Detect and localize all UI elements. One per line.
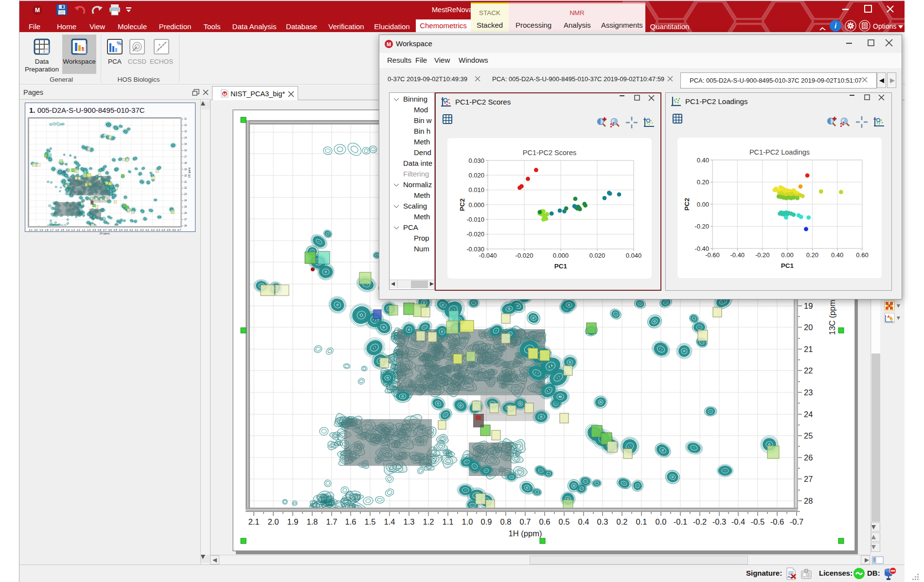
svg-text:23: 23 — [804, 388, 813, 397]
svg-text:-0.4: -0.4 — [731, 517, 745, 526]
svg-text:PC1: PC1 — [781, 262, 794, 269]
svg-text:0.1: 0.1 — [636, 517, 647, 526]
svg-text:0.4: 0.4 — [119, 229, 123, 231]
svg-text:0.9: 0.9 — [481, 517, 492, 526]
svg-text:1.5: 1.5 — [365, 517, 376, 526]
svg-text:-0.20: -0.20 — [694, 223, 709, 230]
svg-text:2.1: 2.1 — [29, 229, 33, 231]
svg-text:1.5: 1.5 — [61, 229, 64, 231]
svg-text:1.6: 1.6 — [345, 517, 356, 526]
svg-text:11: 11 — [184, 118, 187, 120]
svg-text:0.2: 0.2 — [617, 517, 628, 526]
svg-text:0.7: 0.7 — [103, 229, 107, 231]
svg-text:1.7: 1.7 — [50, 229, 53, 231]
svg-text:-0.1: -0.1 — [674, 517, 687, 526]
svg-text:0.3: 0.3 — [124, 229, 128, 231]
svg-text:25: 25 — [804, 431, 813, 440]
svg-text:1.9: 1.9 — [39, 229, 43, 231]
svg-text:13: 13 — [184, 130, 187, 133]
svg-text:0.0: 0.0 — [656, 517, 667, 526]
svg-text:0.2: 0.2 — [130, 229, 133, 231]
svg-text:14: 14 — [184, 137, 187, 139]
svg-text:26: 26 — [804, 453, 813, 462]
svg-text:PC2: PC2 — [683, 198, 691, 211]
svg-text:16: 16 — [184, 149, 187, 152]
svg-text:1.3: 1.3 — [404, 517, 415, 526]
svg-text:22: 22 — [804, 366, 813, 375]
svg-text:0.40: 0.40 — [697, 157, 709, 164]
svg-text:26: 26 — [184, 212, 187, 214]
svg-text:0.20: 0.20 — [697, 178, 709, 186]
svg-text:19: 19 — [804, 301, 813, 310]
svg-text:1H (ppm): 1H (ppm) — [509, 529, 542, 538]
svg-text:1.2: 1.2 — [77, 229, 80, 231]
svg-text:%: % — [117, 40, 122, 46]
svg-text:21: 21 — [804, 345, 813, 353]
svg-text:0.3: 0.3 — [597, 517, 608, 526]
svg-text:M: M — [387, 41, 391, 47]
svg-text:2.0: 2.0 — [268, 517, 279, 526]
svg-text:28: 28 — [184, 225, 187, 227]
svg-text:25: 25 — [184, 206, 187, 208]
svg-text:PC2: PC2 — [459, 198, 466, 211]
svg-text:M: M — [223, 92, 227, 97]
svg-text:20: 20 — [804, 323, 813, 332]
svg-text:-0.2: -0.2 — [693, 517, 707, 526]
svg-text:0.20: 0.20 — [806, 251, 818, 259]
svg-text:-0.20: -0.20 — [755, 251, 770, 259]
svg-text:0.5: 0.5 — [114, 229, 117, 231]
svg-text:1.4: 1.4 — [66, 229, 70, 231]
svg-text:0.00: 0.00 — [697, 201, 709, 208]
svg-text:0.020: 0.020 — [589, 252, 605, 259]
svg-text:0.8: 0.8 — [500, 517, 512, 526]
svg-text:1.4: 1.4 — [384, 517, 395, 526]
svg-text:0.5: 0.5 — [559, 517, 570, 526]
svg-text:0.0: 0.0 — [140, 229, 143, 231]
svg-text:0.40: 0.40 — [831, 251, 843, 259]
svg-text:1.8: 1.8 — [307, 517, 318, 526]
svg-text:0.60: 0.60 — [856, 251, 868, 259]
svg-text:27: 27 — [804, 475, 813, 483]
svg-text:-0.6: -0.6 — [172, 229, 176, 231]
svg-text:-0.60: -0.60 — [705, 251, 720, 259]
svg-text:-0.1: -0.1 — [145, 229, 149, 231]
svg-text:PC1-PC2 Scores: PC1-PC2 Scores — [523, 149, 576, 157]
svg-text:-0.010: -0.010 — [466, 216, 484, 223]
svg-text:1H (ppm): 1H (ppm) — [100, 232, 110, 235]
svg-text:PC1: PC1 — [554, 263, 568, 270]
svg-text:-0.5: -0.5 — [166, 229, 171, 231]
svg-text:-0.7: -0.7 — [790, 517, 803, 526]
svg-text:0.00: 0.00 — [781, 251, 793, 259]
svg-text:24: 24 — [184, 199, 187, 202]
svg-text:20: 20 — [184, 175, 187, 177]
svg-text:13C (ppm): 13C (ppm) — [188, 167, 191, 178]
svg-text:-0.40: -0.40 — [730, 251, 745, 259]
svg-text:1.6: 1.6 — [55, 229, 59, 231]
svg-text:-0.7: -0.7 — [177, 229, 181, 231]
svg-text:0.8: 0.8 — [98, 229, 101, 231]
svg-text:24: 24 — [804, 410, 813, 419]
svg-text:23: 23 — [184, 193, 187, 195]
svg-text:-0.3: -0.3 — [712, 517, 726, 526]
svg-text:22: 22 — [184, 187, 187, 189]
svg-text:1.0: 1.0 — [87, 229, 90, 231]
svg-text:-0.020: -0.020 — [466, 230, 484, 238]
svg-text:-0.40: -0.40 — [694, 245, 709, 252]
svg-text:27: 27 — [184, 218, 187, 221]
svg-text:1.8: 1.8 — [45, 229, 48, 231]
svg-text:0.000: 0.000 — [468, 201, 484, 209]
svg-text:-0.020: -0.020 — [515, 252, 533, 259]
svg-text:0.6: 0.6 — [539, 517, 551, 526]
svg-text:19: 19 — [184, 168, 187, 171]
svg-text:PC1-PC2 Loadings: PC1-PC2 Loadings — [749, 148, 810, 156]
svg-text:0.030: 0.030 — [468, 157, 484, 164]
svg-text:1.2: 1.2 — [423, 517, 434, 526]
svg-text:0.9: 0.9 — [92, 229, 96, 231]
svg-text:1.1: 1.1 — [82, 229, 85, 231]
svg-text:0.010: 0.010 — [468, 186, 484, 194]
svg-text:0.1: 0.1 — [135, 229, 138, 231]
svg-text:0.000: 0.000 — [553, 252, 569, 259]
svg-text:-0.4: -0.4 — [161, 229, 165, 231]
svg-text:2.1: 2.1 — [249, 517, 260, 526]
svg-text:1.1: 1.1 — [443, 517, 454, 526]
